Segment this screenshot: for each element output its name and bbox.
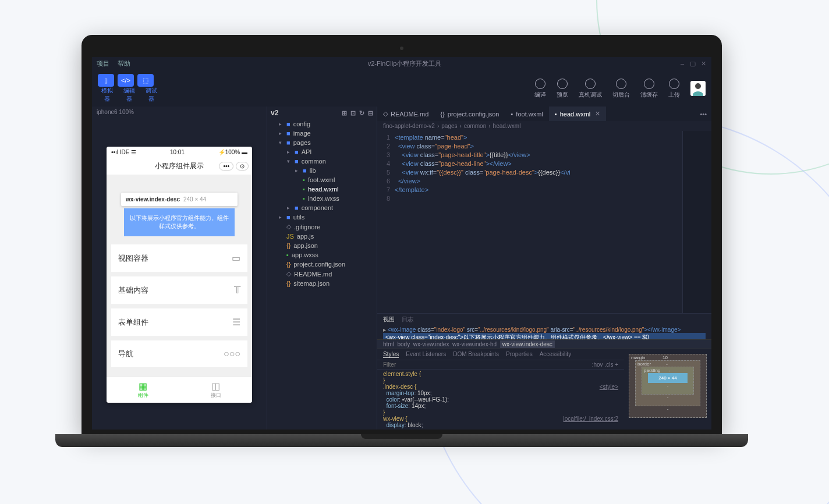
upload-button[interactable]: 上传 [668,79,680,99]
devtab-data[interactable]: 日志 [402,315,413,324]
close-icon[interactable]: ✕ [595,110,600,118]
list-item-form[interactable]: 表单组件☰ [111,308,247,336]
laptop-frame: 项目 帮助 v2-FinClip小程序开发工具 – ▢ ✕ ▯ </> ⬚ 模拟… [82,35,722,447]
signal-indicator: ••ıl IDE ☰ [111,149,136,155]
close-capsule[interactable]: ⊙ [236,162,249,171]
list-item-nav[interactable]: 导航○○○ [111,340,247,367]
tab-api[interactable]: ◫接口 [179,377,252,403]
list-item-view[interactable]: 视图容器▭ [111,244,247,272]
cls-toggle[interactable]: .cls [604,361,613,368]
camera-dot [400,47,403,50]
inspector-tooltip: wx-view.index-desc240 × 44 [121,193,238,206]
debugger-button[interactable]: ⬚ [137,74,154,87]
phone-content[interactable]: wx-view.index-desc240 × 44 以下将展示小程序官方组件能… [107,175,252,377]
clear-cache-button[interactable]: 清缓存 [640,79,658,99]
tree-folder[interactable]: ▸■utils [267,212,377,222]
menu-capsule[interactable]: ••• [219,162,233,171]
page-title: 小程序组件展示 [155,161,204,171]
preview-button[interactable]: 预览 [557,79,568,99]
tab-projectconfig[interactable]: {}project.config.json [434,107,505,121]
tree-folder[interactable]: ▸■component [267,203,377,212]
tree-file[interactable]: {}project.config.json [267,260,377,269]
close-icon[interactable]: ✕ [700,60,707,68]
more-tabs-icon[interactable]: ••• [695,111,711,118]
tree-file[interactable]: {}app.json [267,241,377,250]
new-file-icon[interactable]: ⊞ [342,109,347,117]
simulator-panel: iphone6 100% ••ıl IDE ☰ 10:01 ⚡100% ▬ 小程… [92,107,267,430]
folder-icon: ■ [286,139,290,146]
debugger-label: 调试器 [143,87,160,103]
tree-folder[interactable]: ▸■API [267,147,377,157]
tab-readme[interactable]: ◇README.md [377,107,434,121]
minimize-icon[interactable]: – [679,60,686,68]
styles-filter-input[interactable] [383,361,592,368]
editor-button[interactable]: </> [118,74,134,87]
tree-folder[interactable]: ▸■lib [267,166,377,175]
tree-file[interactable]: ◇README.md [267,269,377,279]
devtab-tree[interactable]: 视图 [383,315,395,324]
styletab-breakpoints[interactable]: DOM Breakpoints [453,351,499,358]
app-window: 项目 帮助 v2-FinClip小程序开发工具 – ▢ ✕ ▯ </> ⬚ 模拟… [92,57,711,430]
compile-icon [535,79,545,89]
simulator-label: 模拟器 [99,87,115,103]
refresh-icon[interactable]: ↻ [359,109,364,117]
tree-file[interactable]: ▪app.wxss [267,250,377,260]
tree-folder[interactable]: ▸■config [267,119,377,129]
collapse-icon[interactable]: ⊟ [368,109,373,117]
phone-frame: ••ıl IDE ☰ 10:01 ⚡100% ▬ 小程序组件展示 ••• ⊙ w… [107,147,252,403]
style-rules[interactable]: element.style { } <style>.index-desc { m… [377,370,624,430]
tab-components[interactable]: ▦组件 [107,377,179,403]
editor-panel: ◇README.md {}project.config.json ▪foot.w… [377,107,711,430]
tree-folder[interactable]: ▾■common [267,157,377,166]
tree-file[interactable]: ▪head.wxml [267,184,377,194]
devtools-panel: 视图 日志 ▸ <wx-image class="index-logo" src… [377,313,711,430]
editor-tabs: ◇README.md {}project.config.json ▪foot.w… [377,107,711,121]
background-button[interactable]: 切后台 [612,79,630,99]
remote-debug-button[interactable]: 真机调试 [579,79,602,99]
add-rule-icon[interactable]: + [615,361,618,368]
back-icon [616,79,626,89]
styletab-properties[interactable]: Properties [506,351,533,358]
upload-icon [669,79,679,89]
tree-file[interactable]: ▪index.wxss [267,194,377,203]
tree-file[interactable]: JSapp.js [267,232,377,241]
compile-button[interactable]: 编译 [534,79,546,99]
tree-folder[interactable]: ▾■pages [267,138,377,147]
new-folder-icon[interactable]: ⊡ [350,109,356,117]
list-item-basic[interactable]: 基础内容𝕋 [111,276,247,304]
tree-file[interactable]: {}sitemap.json [267,279,377,288]
simulator-button[interactable]: ▯ [98,74,114,87]
editor-label: 编辑器 [121,87,137,103]
selected-element[interactable]: 以下将展示小程序官方组件能力。组件样式仅供参考。 [124,208,235,236]
code-editor[interactable]: 12345678 <template name="head"> <view cl… [377,131,711,313]
styletab-listeners[interactable]: Event Listeners [406,351,446,358]
styletab-a11y[interactable]: Accessibility [540,351,571,358]
laptop-base [55,434,748,447]
tree-folder[interactable]: ▸■image [267,129,377,138]
wxml-icon: ▪ [511,111,513,118]
tab-foot[interactable]: ▪foot.wxml [505,107,548,121]
user-avatar[interactable] [690,81,706,96]
tab-head[interactable]: ▪head.wxml✕ [549,107,606,121]
simulator-device-label: iphone6 100% [92,107,267,118]
tree-file[interactable]: ▪foot.wxml [267,175,377,184]
maximize-icon[interactable]: ▢ [689,60,696,68]
hov-toggle[interactable]: :hov [592,361,603,368]
md-icon: ◇ [383,110,388,118]
wxml-icon: ▪ [303,186,305,193]
list-icon: ☰ [232,317,240,328]
js-icon: JS [286,233,294,240]
json-icon: {} [286,242,290,249]
phone-icon [585,79,596,89]
tree-file[interactable]: ◇.gitignore [267,222,377,232]
dom-breadcrumb[interactable]: html body wx-view.index wx-view.index-hd… [377,339,711,349]
line-gutter: 12345678 [377,131,395,313]
dom-inspector[interactable]: ▸ <wx-image class="index-logo" src="../r… [377,325,711,339]
folder-icon: ■ [303,167,307,174]
styletab-styles[interactable]: Styles [383,351,399,358]
menu-project[interactable]: 项目 [97,59,109,68]
minimap[interactable] [682,131,711,313]
folder-icon: ■ [286,214,290,221]
cube-icon: ◫ [183,381,249,392]
menu-help[interactable]: 帮助 [118,59,130,68]
